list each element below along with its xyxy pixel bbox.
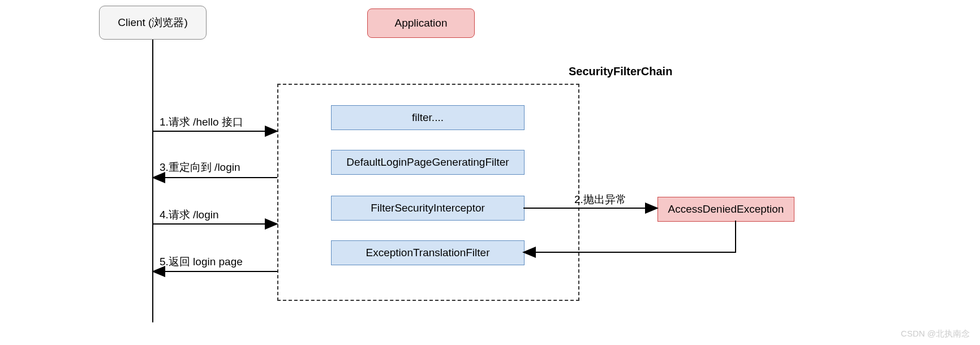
security-filter-chain-title: SecurityFilterChain bbox=[569, 65, 672, 78]
filter-generic: filter.... bbox=[331, 105, 525, 130]
filter-default-login-page: DefaultLoginPageGeneratingFilter bbox=[331, 150, 525, 175]
application-label: Application bbox=[395, 17, 448, 29]
client-node: Client (浏览器) bbox=[99, 6, 207, 40]
step5-label: 5.返回 login page bbox=[160, 255, 243, 269]
access-denied-exception-node: AccessDeniedException bbox=[657, 197, 794, 222]
filter-exception-translation: ExceptionTranslationFilter bbox=[331, 240, 525, 265]
step2-label: 2.抛出异常 bbox=[574, 192, 626, 207]
filter-security-interceptor: FilterSecurityInterceptor bbox=[331, 196, 525, 221]
watermark: CSDN @北执南念 bbox=[901, 329, 970, 339]
access-denied-exception-label: AccessDeniedException bbox=[668, 203, 784, 215]
step1-label: 1.请求 /hello 接口 bbox=[160, 115, 243, 130]
filter-exception-translation-label: ExceptionTranslationFilter bbox=[366, 247, 490, 259]
filter-default-login-page-label: DefaultLoginPageGeneratingFilter bbox=[346, 156, 509, 169]
application-node: Application bbox=[367, 8, 475, 38]
filter-generic-label: filter.... bbox=[412, 111, 444, 124]
client-label: Client (浏览器) bbox=[118, 15, 188, 30]
step3-label: 3.重定向到 /login bbox=[160, 160, 240, 175]
step4-label: 4.请求 /login bbox=[160, 208, 219, 222]
filter-security-interceptor-label: FilterSecurityInterceptor bbox=[371, 202, 485, 214]
